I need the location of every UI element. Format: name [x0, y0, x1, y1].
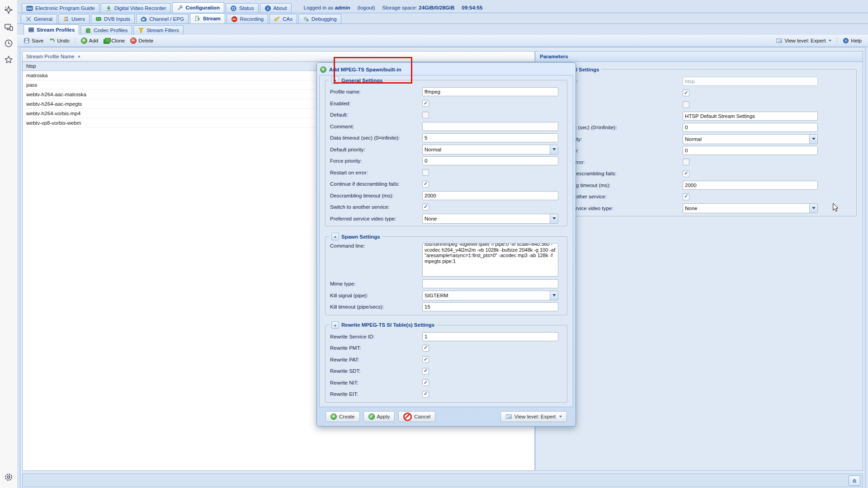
form-row: Preferred service video type: None	[330, 214, 562, 223]
rewrite-pmt-checkbox[interactable]	[422, 345, 429, 352]
apply-button[interactable]: ✓ Apply	[363, 411, 395, 422]
default-priority-select[interactable]: Normal	[683, 134, 818, 144]
kill-timeout-input[interactable]	[422, 302, 558, 311]
data-timeout-input[interactable]	[683, 123, 818, 132]
button-label: Undo	[57, 38, 70, 43]
username: admin	[335, 5, 350, 10]
tab-dvb-inputs[interactable]: DVB Inputs	[91, 14, 135, 23]
clock-icon[interactable]	[4, 39, 13, 48]
star-icon[interactable]	[4, 55, 13, 64]
default-checkbox[interactable]	[683, 101, 689, 108]
help-button[interactable]: ? Help	[840, 37, 864, 45]
tab-digital-video-recorder[interactable]: Digital Video Recorder	[101, 3, 171, 13]
tab-cas[interactable]: CAs	[269, 14, 297, 23]
descrambling-timeout-input[interactable]	[683, 181, 818, 190]
cancel-button[interactable]: Cancel	[398, 411, 435, 422]
delete-button[interactable]: − Delete	[127, 37, 156, 45]
collapse-icon[interactable]: ▲	[331, 321, 339, 329]
tab-recording[interactable]: REC Recording	[226, 14, 268, 23]
rewrite-service-id-input[interactable]	[422, 332, 558, 341]
clock-time: 09:54:55	[462, 5, 482, 10]
switch-service-checkbox[interactable]	[683, 193, 689, 200]
restart-on-error-checkbox[interactable]	[422, 169, 429, 176]
continue-descrambling-checkbox[interactable]	[683, 170, 689, 177]
wrench-icon	[177, 5, 184, 11]
kill-signal-select[interactable]: SIGTERM	[422, 291, 558, 300]
logout-link[interactable]: (logout)	[358, 5, 375, 10]
expand-panel-button[interactable]	[849, 475, 860, 486]
collapse-icon[interactable]: ▲	[331, 233, 339, 240]
rewrite-sdt-checkbox[interactable]	[422, 368, 429, 375]
chevron-down-icon	[550, 291, 558, 300]
data-timeout-input[interactable]	[422, 133, 558, 142]
form-row: Rewrite Service ID:	[330, 332, 562, 341]
check-icon: ✓	[368, 413, 375, 420]
tab-stream-filters[interactable]: Stream Filters	[133, 25, 184, 35]
comment-input[interactable]	[683, 112, 818, 121]
delete-icon: −	[130, 38, 137, 44]
view-level-button[interactable]: View level: Expert	[773, 37, 834, 45]
force-priority-input[interactable]	[683, 146, 818, 155]
enabled-checkbox[interactable]	[422, 100, 429, 107]
tab-label: Status	[239, 5, 254, 11]
form-row: Default priority: Normal	[547, 135, 856, 144]
fieldset-legend: ▲ Rewrite MPEG-TS SI Table(s) Settings	[329, 321, 437, 329]
undo-button[interactable]: Undo	[46, 37, 72, 45]
switch-service-checkbox[interactable]	[422, 204, 429, 211]
preferred-video-type-select[interactable]: None	[422, 214, 558, 224]
restart-on-error-checkbox[interactable]	[683, 159, 689, 165]
create-button[interactable]: + Create	[326, 411, 360, 422]
button-label: Create	[339, 414, 355, 419]
tab-configuration[interactable]: Configuration	[172, 2, 224, 13]
clone-button[interactable]: Clone	[101, 37, 127, 45]
tab-debugging[interactable]: Debugging	[298, 14, 341, 23]
svg-text:i: i	[267, 6, 268, 10]
default-checkbox[interactable]	[422, 112, 429, 118]
profile-name-input[interactable]	[422, 87, 558, 96]
tools-icon	[25, 16, 32, 22]
tab-general[interactable]: General	[21, 14, 57, 23]
tab-stream-profiles[interactable]: Stream Profiles	[24, 24, 79, 35]
enabled-checkbox[interactable]	[683, 89, 689, 96]
add-button[interactable]: + Add	[78, 37, 101, 45]
rewrite-pat-checkbox[interactable]	[422, 356, 429, 363]
mime-type-input[interactable]	[422, 279, 558, 288]
tab-electronic-program-guide[interactable]: EPG Electronic Program Guide	[22, 3, 99, 13]
form-row: Enabled:	[547, 89, 856, 98]
continue-descrambling-checkbox[interactable]	[422, 181, 429, 188]
tab-label: Stream	[203, 16, 221, 21]
tab-stream[interactable]: Stream	[190, 13, 225, 23]
key-icon	[274, 16, 280, 22]
devices-icon[interactable]	[4, 23, 13, 32]
tab-label: Electronic Program Guide	[35, 5, 95, 11]
form-row: Rewrite NIT:	[330, 378, 562, 387]
form-row: Force priority:	[330, 156, 562, 165]
form-row: Data timeout (sec) (0=infinite):	[547, 123, 856, 132]
save-button[interactable]: Save	[21, 37, 46, 45]
sparkle-icon[interactable]	[4, 5, 13, 14]
gear-icon[interactable]	[4, 473, 13, 482]
tab-users[interactable]: Users	[58, 14, 90, 23]
form-row: Enabled:	[330, 99, 562, 108]
stream-tabbar: Stream Profiles Codec Profiles Stream Fi…	[17, 23, 868, 35]
force-priority-input[interactable]	[422, 156, 558, 165]
form-row: Preferred service video type: None	[547, 204, 856, 213]
form-row: Rewrite SDT:	[330, 366, 562, 375]
comment-input[interactable]	[422, 122, 558, 131]
grid-column-header[interactable]: Stream Profile Name ▲	[23, 52, 534, 61]
dialog-body: ▲ General Settings Profile name: Enabled…	[319, 75, 573, 407]
chevron-down-icon	[809, 135, 817, 144]
command-line-textarea[interactable]: /usr/bin/ffmpeg -loglevel quiet -f pipe:…	[422, 243, 558, 277]
tab-codec-profiles[interactable]: Codec Profiles	[80, 25, 132, 35]
preferred-video-type-select[interactable]: None	[683, 203, 818, 213]
tab-status[interactable]: Status	[226, 3, 259, 13]
descrambling-timeout-input[interactable]	[422, 191, 558, 200]
form-row: Kill signal (pipe): SIGTERM	[330, 291, 562, 300]
rewrite-eit-checkbox[interactable]	[422, 391, 429, 398]
tab-about[interactable]: i About	[260, 3, 292, 13]
default-priority-select[interactable]: Normal	[422, 145, 558, 155]
tab-label: Stream Filters	[146, 28, 179, 33]
rewrite-nit-checkbox[interactable]	[422, 379, 429, 386]
dialog-view-level-button[interactable]: View level: Expert	[500, 411, 567, 422]
tab-channel-epg[interactable]: Channel / EPG	[136, 14, 189, 23]
